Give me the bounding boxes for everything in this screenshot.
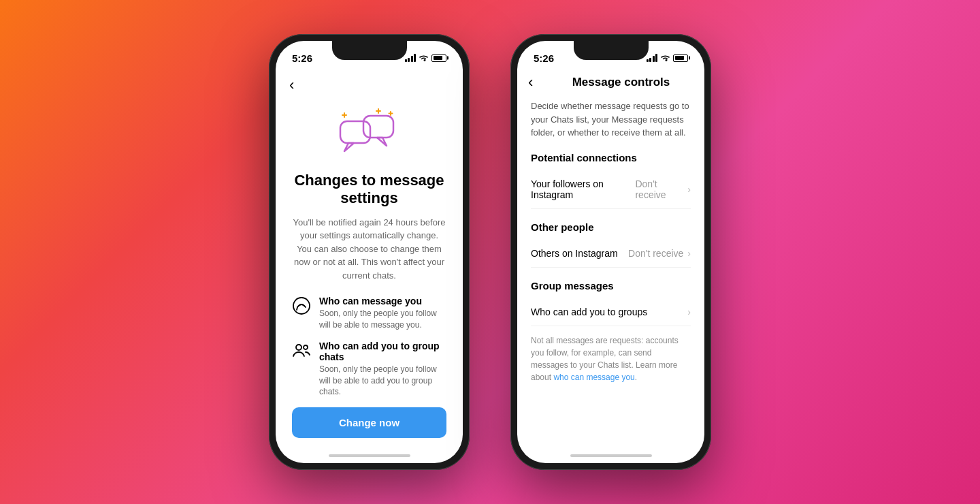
phone2-body: Decide whether message requests go to yo… [517, 99, 704, 448]
time-2: 5:26 [534, 52, 554, 64]
others-row-right: Don't receive › [628, 248, 691, 259]
others-value: Don't receive [628, 248, 683, 259]
followers-value: Don't receive [635, 178, 683, 200]
feature-1-desc: Soon, only the people you follow will be… [319, 308, 446, 331]
followers-instagram-row[interactable]: Your followers on Instagram Don't receiv… [531, 170, 691, 209]
status-icons-2 [647, 54, 689, 62]
group-feature-icon [292, 341, 311, 360]
chevron-icon-3: › [687, 306, 691, 317]
footer-link[interactable]: who can message you [553, 373, 634, 382]
add-to-groups-label: Who can add you to groups [531, 306, 647, 317]
change-now-button[interactable]: Change now [292, 407, 446, 438]
phone-1: 5:26 ‹ [269, 34, 470, 470]
footer-note: Not all messages are requests: accounts … [531, 334, 691, 383]
others-label: Others on Instagram [531, 248, 618, 259]
svg-marker-3 [377, 138, 387, 146]
svg-rect-0 [340, 121, 370, 143]
chevron-icon-1: › [687, 184, 691, 195]
section-group-messages-header: Group messages [531, 280, 691, 292]
wifi-icon-1 [419, 54, 429, 62]
phone2-page-title: Message controls [549, 76, 693, 89]
battery-icon-2 [673, 54, 688, 62]
followers-row-right: Don't receive › [635, 178, 691, 200]
signal-icon-2 [647, 54, 658, 62]
time-1: 5:26 [292, 52, 312, 64]
notch-2 [574, 41, 649, 60]
phone1-body: Changes to message settings You'll be no… [276, 99, 463, 448]
phone1-title: Changes to message settings [292, 172, 446, 208]
svg-marker-1 [344, 143, 354, 151]
svg-point-13 [304, 345, 308, 349]
svg-point-10 [293, 298, 310, 314]
feature-2-desc: Soon, only the people you follow will be… [319, 364, 446, 398]
notch-1 [332, 41, 407, 60]
wifi-icon-2 [660, 54, 670, 62]
others-instagram-row[interactable]: Others on Instagram Don't receive › [531, 240, 691, 268]
message-illustration [339, 106, 400, 161]
chevron-icon-2: › [687, 248, 691, 259]
add-to-groups-row[interactable]: Who can add you to groups › [531, 298, 691, 326]
back-button-2[interactable]: ‹ [528, 74, 549, 91]
section-other-people-header: Other people [531, 221, 691, 233]
home-indicator-1 [276, 448, 463, 463]
followers-label: Your followers on Instagram [531, 178, 635, 200]
feature-1-title: Who can message you [319, 296, 446, 306]
section-potential-connections-header: Potential connections [531, 152, 691, 163]
svg-rect-2 [363, 116, 393, 138]
home-indicator-2 [517, 448, 704, 463]
add-to-groups-right: › [687, 306, 691, 317]
svg-line-11 [297, 307, 297, 310]
status-icons-1 [405, 54, 447, 62]
phone1-desc: You'll be notified again 24 hours before… [292, 216, 446, 283]
message-feature-icon [292, 296, 311, 315]
feature-item-1: Who can message you Soon, only the peopl… [292, 296, 446, 331]
phone2-header: ‹ Message controls [517, 71, 704, 99]
message-controls-desc: Decide whether message requests go to yo… [531, 99, 691, 140]
signal-icon-1 [405, 54, 416, 62]
phone-2: 5:26 ‹ Message controls [510, 34, 711, 470]
battery-icon-1 [431, 54, 446, 62]
feature-item-2: Who can add you to group chats Soon, onl… [292, 341, 446, 398]
feature-2-title: Who can add you to group chats [319, 341, 446, 362]
back-button-1[interactable]: ‹ [276, 71, 463, 99]
svg-point-12 [296, 345, 301, 350]
